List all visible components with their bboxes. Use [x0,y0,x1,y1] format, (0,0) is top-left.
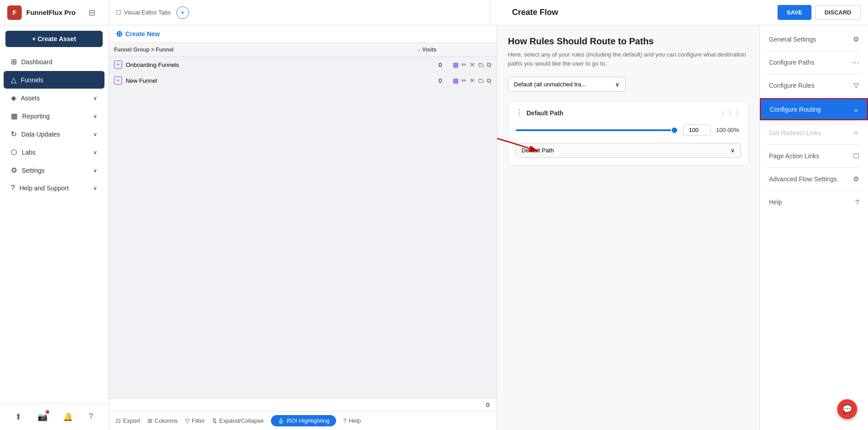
sidebar-item-data-updates[interactable]: ↻ Data Updates ∨ [4,125,104,143]
copy-action-button[interactable]: ⧉ [487,77,491,85]
expand-funnel-icon[interactable]: + [114,61,122,69]
sidebar-bottom-icons: ⬆ 📷 🔔 ? [0,407,108,426]
right-nav-general-settings[interactable]: General Settings ⚙ [760,29,868,50]
chevron-down-icon: ∨ [93,185,97,191]
export-icon: ⊡ [116,417,121,424]
create-new-button[interactable]: ⊕ Create New [116,29,160,39]
editor-icon: ☐ [116,9,121,16]
settings-icon: ⚙ [11,166,17,175]
roi-label: ROI Highlighting [287,417,330,424]
right-nav-label: Advanced Flow Settings [769,175,849,183]
plus-circle-icon: ⊕ [116,29,123,39]
sidebar-item-help[interactable]: ? Help and Support ∨ [4,180,104,197]
chevron-down-icon: ∨ [93,167,97,174]
top-header: F FunnelFlux Pro ⊟ ☐ Visual Editor Tabs … [0,0,868,25]
slider-thumb[interactable] [671,127,678,134]
sidebar-item-assets[interactable]: ◈ Assets ∨ [4,89,104,107]
export-icon[interactable]: ⬆ [15,412,22,422]
folder-action-button[interactable]: 🗀 [478,61,484,68]
chevron-down-icon: ∨ [93,113,97,119]
settings-icon: ⚙ [853,35,859,43]
filter-icon: ▽ [185,417,190,424]
chart-action-button[interactable]: ▦ [453,77,459,84]
drag-handle-icon[interactable]: ⋮⋮⋮ [719,109,741,117]
funnel-name-cell: + Onboarding Funnels [109,57,341,73]
col-actions [447,43,497,57]
table-row: + Onboarding Funnels 0 ▦ ✏ ✕ 🗀 ⧉ [109,57,497,73]
roi-highlighting-button[interactable]: 💧 ROI Highlighting [271,415,336,426]
camera-icon[interactable]: 📷 [38,412,47,422]
expand-funnel-icon[interactable]: + [114,76,122,85]
notification-icon[interactable]: 🔔 [63,412,73,422]
edit-action-button[interactable]: ✏ [461,61,467,68]
add-tab-button[interactable]: + [176,6,189,19]
delete-action-button[interactable]: ✕ [470,77,475,84]
visits-cell: 0 [341,73,447,89]
columns-toolbar-button[interactable]: ⊞ Columns [147,417,178,424]
right-nav-label: Page Action Links [769,152,849,160]
sidebar-item-dashboard[interactable]: ⊞ Dashboard [4,53,104,71]
right-nav-get-redirect-links[interactable]: Get Redirect Links ✕ [760,123,868,143]
filter-toolbar-button[interactable]: ▽ Filter [185,417,205,424]
sidebar-nav: ⊞ Dashboard △ Funnels ◈ Assets ∨ ▦ Repor… [0,52,108,197]
funnel-name: New Funnel [126,77,157,84]
filter-label: Filter [192,417,205,424]
funnel-table-header: ⊕ Create New [109,25,497,43]
right-nav-advanced-flow-settings[interactable]: Advanced Flow Settings ⚙ [760,169,868,189]
table-row: + New Funnel 0 ▦ ✏ ✕ 🗀 ⧉ [109,73,497,89]
path-icon: ⋮ [516,109,523,117]
notification-badge [46,410,49,414]
sidebar-bottom: ⬆ 📷 🔔 ? [0,403,108,430]
collapse-sidebar-icon[interactable]: ⊟ [83,8,101,18]
slider-track[interactable] [516,129,678,131]
expand-collapse-toolbar-button[interactable]: ⇅ Expand/Collapse [212,417,264,424]
chat-bubble-button[interactable]: 💬 [837,399,857,419]
create-flow-title: Create Flow [501,8,770,17]
delete-action-button[interactable]: ✕ [470,61,475,68]
paths-icon: ⋯ [852,58,859,66]
path-section-header: ⋮ Default Path ⋮⋮⋮ [516,109,741,117]
slider-value-input[interactable] [683,124,711,136]
sidebar-item-funnels[interactable]: △ Funnels [4,71,104,89]
header-buttons: SAVE DISCARD [770,5,868,20]
help-toolbar-button[interactable]: ? Help [343,417,361,424]
visual-editor-tabs-button[interactable]: ☐ Visual Editor Tabs [116,9,171,16]
right-nav-label: Get Redirect Links [769,129,849,137]
sidebar-item-settings[interactable]: ⚙ Settings ∨ [4,161,104,179]
chart-action-button[interactable]: ▦ [453,61,459,68]
footer-visits: 0 [486,402,489,408]
routing-icon: ⟁ [854,105,858,113]
right-nav-configure-rules[interactable]: Configure Rules ▽ [760,75,868,96]
path-section-label: Default Path [526,109,564,117]
chevron-down-icon: ∨ [93,95,97,101]
right-nav-help[interactable]: Help ? [760,192,868,212]
right-nav-page-action-links[interactable]: Page Action Links ☐ [760,146,868,166]
divider [767,97,861,97]
sidebar-item-label: Dashboard [21,58,52,66]
expand-icon: ⇅ [212,417,217,424]
edit-action-button[interactable]: ✏ [461,77,467,84]
path-dropdown[interactable]: Default Path ∨ [516,143,741,158]
filter-icon: ▽ [854,81,859,90]
folder-action-button[interactable]: 🗀 [478,77,484,84]
labs-icon: ⬡ [11,148,17,156]
copy-action-button[interactable]: ⧉ [487,61,491,69]
rule-selector-dropdown[interactable]: Default (all unmatched tra... ∨ [508,77,626,92]
header-right: Create Flow SAVE DISCARD [490,0,868,25]
data-updates-icon: ↻ [11,130,17,138]
help-icon: ? [11,184,15,192]
help-circle-icon[interactable]: ? [89,412,93,422]
save-button[interactable]: SAVE [778,5,811,20]
export-toolbar-button[interactable]: ⊡ Export [116,417,140,424]
right-nav-configure-paths[interactable]: Configure Paths ⋯ [760,52,868,73]
sidebar-item-reporting[interactable]: ▦ Reporting ∨ [4,107,104,125]
sidebar-item-labs[interactable]: ⬡ Labs ∨ [4,143,104,161]
advanced-settings-icon: ⚙ [853,175,859,183]
discard-button[interactable]: DISCARD [815,5,861,20]
create-asset-button[interactable]: + Create Asset [5,31,103,47]
right-nav-label: General Settings [769,36,849,43]
right-nav-configure-routing[interactable]: Configure Routing ⟁ [760,98,868,120]
chat-icon: 💬 [842,404,852,414]
sidebar-item-label: Settings [22,167,45,174]
columns-icon: ⊞ [147,417,152,424]
